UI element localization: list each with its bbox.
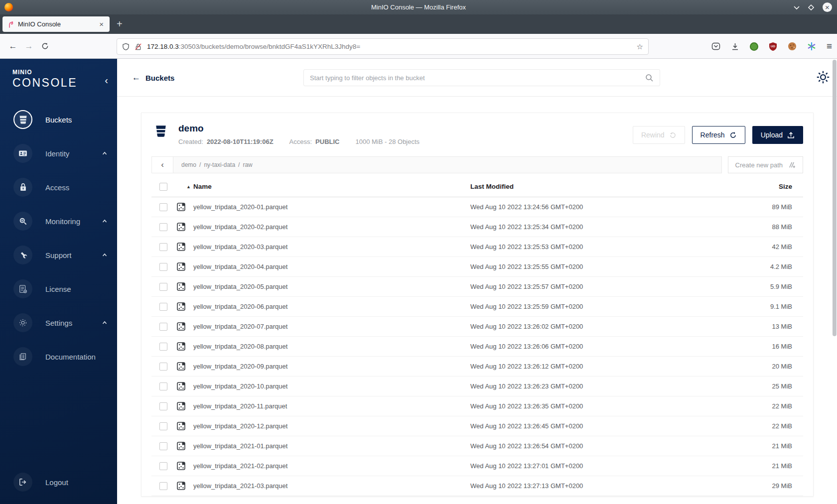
- row-checkbox[interactable]: [159, 263, 167, 271]
- settings-gear-icon[interactable]: [816, 70, 830, 84]
- object-name[interactable]: yellow_tripdata_2020-08.parquet: [193, 343, 470, 350]
- sort-ascending-icon[interactable]: ▲: [186, 184, 193, 189]
- object-name[interactable]: yellow_tripdata_2020-01.parquet: [193, 203, 470, 211]
- container-extension-icon[interactable]: [807, 42, 816, 51]
- object-name[interactable]: yellow_tripdata_2020-04.parquet: [193, 263, 470, 270]
- table-row[interactable]: yellow_tripdata_2020-08.parquet Wed Aug …: [151, 337, 803, 357]
- sidebar-item-license[interactable]: License: [0, 272, 117, 306]
- row-checkbox[interactable]: [159, 462, 167, 470]
- object-name[interactable]: yellow_tripdata_2020-11.parquet: [193, 402, 470, 410]
- window-minimize-button[interactable]: [794, 5, 800, 9]
- broken-lock-icon[interactable]: [135, 43, 142, 51]
- column-size[interactable]: Size: [749, 183, 804, 190]
- menu-icon[interactable]: ≡: [827, 41, 832, 52]
- column-name[interactable]: Name: [193, 183, 470, 190]
- sidebar-item-access[interactable]: Access: [0, 170, 117, 204]
- object-name[interactable]: yellow_tripdata_2020-02.parquet: [193, 223, 470, 231]
- table-row[interactable]: yellow_tripdata_2020-04.parquet Wed Aug …: [151, 257, 803, 277]
- tab-close-icon[interactable]: ×: [97, 20, 106, 28]
- object-name[interactable]: yellow_tripdata_2021-02.parquet: [193, 462, 470, 470]
- row-checkbox[interactable]: [159, 442, 167, 450]
- download-icon[interactable]: [731, 42, 739, 51]
- new-tab-button[interactable]: +: [117, 18, 123, 30]
- reload-button[interactable]: [37, 42, 53, 50]
- sidebar-item-documentation[interactable]: Documentation: [0, 340, 117, 374]
- back-button[interactable]: ←: [5, 41, 21, 51]
- sidebar-item-settings[interactable]: Settings: [0, 306, 117, 340]
- extension-green-icon[interactable]: [750, 42, 758, 51]
- caret-up-icon[interactable]: [102, 320, 107, 325]
- bookmark-star-icon[interactable]: ☆: [637, 42, 643, 51]
- object-modified: Wed Aug 10 2022 13:26:12 GMT+0200: [470, 363, 749, 370]
- sidebar-item-buckets[interactable]: Buckets: [0, 103, 117, 136]
- row-checkbox[interactable]: [159, 382, 167, 390]
- table-row[interactable]: yellow_tripdata_2020-05.parquet Wed Aug …: [151, 277, 803, 297]
- ublock-origin-icon[interactable]: UO: [769, 42, 777, 51]
- window-close-button[interactable]: ×: [823, 2, 832, 12]
- object-name[interactable]: yellow_tripdata_2021-03.parquet: [193, 482, 470, 490]
- forward-button[interactable]: →: [21, 41, 37, 51]
- table-row[interactable]: yellow_tripdata_2021-01.parquet Wed Aug …: [151, 436, 803, 456]
- refresh-button[interactable]: Refresh: [692, 126, 745, 144]
- path-segment[interactable]: demo: [181, 161, 196, 168]
- table-row[interactable]: yellow_tripdata_2020-01.parquet Wed Aug …: [151, 197, 803, 217]
- gear-icon: [13, 313, 32, 332]
- row-checkbox[interactable]: [159, 343, 167, 351]
- row-checkbox[interactable]: [159, 323, 167, 331]
- sidebar-item-identity[interactable]: Identity: [0, 136, 117, 170]
- row-checkbox[interactable]: [159, 402, 167, 410]
- column-last-modified[interactable]: Last Modified: [470, 183, 749, 190]
- browser-tab[interactable]: MinIO Console ×: [2, 16, 110, 32]
- table-row[interactable]: yellow_tripdata_2020-12.parquet Wed Aug …: [151, 416, 803, 436]
- table-row[interactable]: yellow_tripdata_2021-02.parquet Wed Aug …: [151, 456, 803, 476]
- row-checkbox[interactable]: [159, 482, 167, 490]
- object-name[interactable]: yellow_tripdata_2020-09.parquet: [193, 363, 470, 370]
- table-row[interactable]: yellow_tripdata_2020-09.parquet Wed Aug …: [151, 357, 803, 377]
- pocket-icon[interactable]: [711, 42, 720, 51]
- table-row[interactable]: yellow_tripdata_2020-02.parquet Wed Aug …: [151, 217, 803, 237]
- row-checkbox[interactable]: [159, 203, 167, 211]
- caret-up-icon[interactable]: [102, 219, 107, 224]
- path-segment[interactable]: raw: [243, 161, 252, 168]
- table-row[interactable]: yellow_tripdata_2020-07.parquet Wed Aug …: [151, 317, 803, 337]
- cookie-extension-icon[interactable]: [788, 42, 797, 51]
- upload-button[interactable]: Upload: [752, 126, 803, 144]
- window-title: MinIO Console — Mozilla Firefox: [0, 3, 837, 11]
- window-maximize-button[interactable]: [808, 4, 815, 11]
- rewind-button[interactable]: Rewind: [633, 126, 685, 144]
- row-checkbox[interactable]: [159, 243, 167, 251]
- object-name[interactable]: yellow_tripdata_2020-10.parquet: [193, 382, 470, 390]
- table-row[interactable]: yellow_tripdata_2020-11.parquet Wed Aug …: [151, 396, 803, 416]
- object-name[interactable]: yellow_tripdata_2020-12.parquet: [193, 422, 470, 430]
- sidebar-collapse-icon[interactable]: ‹: [105, 75, 108, 86]
- sidebar-item-support[interactable]: Support: [0, 238, 117, 272]
- table-row[interactable]: yellow_tripdata_2020-03.parquet Wed Aug …: [151, 237, 803, 257]
- caret-up-icon[interactable]: [102, 151, 107, 156]
- row-checkbox[interactable]: [159, 422, 167, 430]
- search-input[interactable]: [304, 74, 645, 82]
- shield-icon[interactable]: [122, 43, 130, 51]
- row-checkbox[interactable]: [159, 283, 167, 291]
- table-row[interactable]: yellow_tripdata_2021-03.parquet Wed Aug …: [151, 476, 803, 496]
- create-new-path-button[interactable]: Create new path: [728, 156, 803, 173]
- caret-up-icon[interactable]: [102, 252, 107, 257]
- row-checkbox[interactable]: [159, 363, 167, 371]
- path-segment[interactable]: ny-taxi-data: [204, 161, 235, 168]
- table-row[interactable]: yellow_tripdata_2020-06.parquet Wed Aug …: [151, 297, 803, 317]
- object-name[interactable]: yellow_tripdata_2020-05.parquet: [193, 283, 470, 290]
- sidebar-item-logout[interactable]: Logout: [0, 465, 117, 499]
- sidebar-item-monitoring[interactable]: Monitoring: [0, 204, 117, 238]
- table-row[interactable]: yellow_tripdata_2020-10.parquet Wed Aug …: [151, 377, 803, 396]
- object-name[interactable]: yellow_tripdata_2020-07.parquet: [193, 323, 470, 330]
- url-bar[interactable]: 172.18.0.3:30503/buckets/demo/browse/bnk…: [117, 38, 649, 55]
- select-all-checkbox[interactable]: [159, 183, 167, 191]
- page-scrollbar[interactable]: [833, 60, 837, 336]
- object-modified: Wed Aug 10 2022 13:26:23 GMT+0200: [470, 382, 749, 390]
- object-name[interactable]: yellow_tripdata_2021-01.parquet: [193, 442, 470, 450]
- object-name[interactable]: yellow_tripdata_2020-03.parquet: [193, 243, 470, 251]
- back-to-buckets[interactable]: ← Buckets: [132, 59, 174, 97]
- path-back-button[interactable]: ‹: [151, 156, 173, 173]
- object-name[interactable]: yellow_tripdata_2020-06.parquet: [193, 303, 470, 310]
- row-checkbox[interactable]: [159, 223, 167, 231]
- row-checkbox[interactable]: [159, 303, 167, 311]
